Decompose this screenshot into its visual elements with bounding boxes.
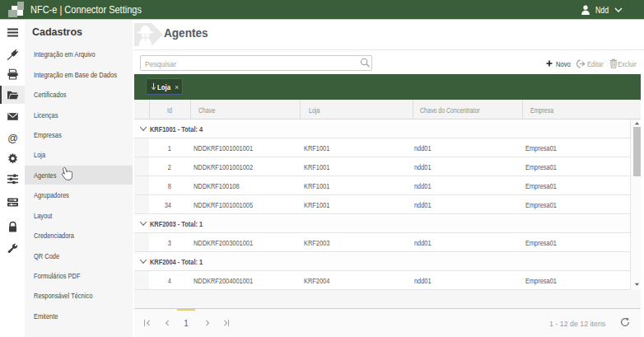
svg-text:@: @ xyxy=(7,133,18,144)
